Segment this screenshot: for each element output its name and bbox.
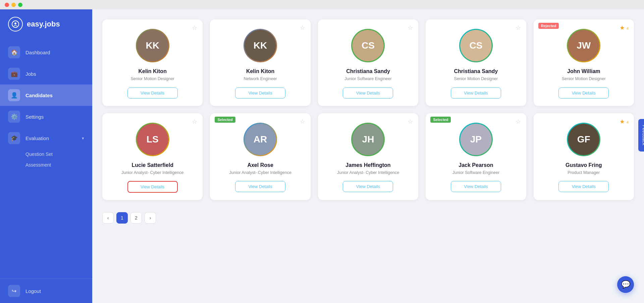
star-icon[interactable]: ☆ <box>516 24 521 32</box>
sidebar-item-candidates[interactable]: 👤 Candidates <box>0 84 92 106</box>
sidebar-item-assessment[interactable]: Assessment <box>25 160 92 170</box>
avatar-wrap: KK <box>136 29 169 62</box>
maximize-btn[interactable] <box>18 3 22 7</box>
jobs-icon: 💼 <box>8 68 20 80</box>
candidate-role: Junior Analyst- Cyber Intelligence <box>121 170 184 176</box>
avatar: CS <box>460 30 492 61</box>
logout-label: Logout <box>25 288 41 294</box>
logo: easy.jobs <box>0 9 92 39</box>
feedback-tab[interactable]: Feedback <box>638 119 644 152</box>
next-page-button[interactable]: › <box>145 212 156 224</box>
candidate-name: James Heffington <box>345 162 390 168</box>
chat-icon: 💬 <box>621 280 630 289</box>
avatar: LS <box>137 124 168 155</box>
candidate-name: Christiana Sandy <box>454 68 498 74</box>
dashboard-label: Dashboard <box>25 50 50 55</box>
candidate-name: Gustavo Fring <box>566 162 602 168</box>
sidebar-item-dashboard[interactable]: 🏠 Dashboard <box>0 42 92 63</box>
window-chrome <box>0 0 644 9</box>
star-icon[interactable]: ☆ <box>300 118 305 125</box>
star-icon[interactable]: ☆ <box>300 24 305 32</box>
candidate-role: Senior Motion Designer <box>562 76 606 82</box>
star-icon[interactable]: ☆ <box>192 118 197 125</box>
sidebar-item-question-set[interactable]: Question Set <box>25 149 92 160</box>
candidate-role: Junior Software Engineer <box>452 170 499 176</box>
view-details-button[interactable]: View Details <box>235 87 285 99</box>
candidate-name: Axel Rose <box>247 162 273 168</box>
star-icon[interactable]: ☆ <box>192 24 197 32</box>
avatar: GF <box>568 124 599 155</box>
logout-icon: ↪ <box>8 285 20 297</box>
candidate-role: Senior Motion Designer <box>130 76 174 82</box>
avatar-wrap: AR <box>244 123 277 156</box>
avatar: JW <box>568 30 599 61</box>
star-icon[interactable]: ★ 4 <box>620 24 629 32</box>
avatar-wrap: JP <box>459 123 493 156</box>
star-icon[interactable]: ☆ <box>516 118 521 125</box>
logo-icon <box>8 17 23 32</box>
candidate-role: Junior Software Engineer <box>344 76 391 82</box>
candidate-role: Network Engineer <box>244 76 277 82</box>
candidate-name: Jack Pearson <box>459 162 493 168</box>
main-content: ☆ KK Kelin Kiton Senior Motion Designer … <box>92 9 644 303</box>
avatar: JH <box>352 124 384 155</box>
candidate-name: John William <box>567 68 600 74</box>
candidate-role: Senior Motion Designer <box>454 76 498 82</box>
view-details-button[interactable]: View Details <box>343 87 393 99</box>
minimize-btn[interactable] <box>11 3 16 7</box>
page-1-button[interactable]: 1 <box>116 212 128 224</box>
view-details-button[interactable]: View Details <box>451 181 501 192</box>
jobs-label: Jobs <box>25 71 36 77</box>
evaluation-icon: 🎓 <box>8 132 20 144</box>
candidate-badge: Rejected <box>538 23 559 29</box>
star-icon[interactable]: ☆ <box>408 118 413 125</box>
close-btn[interactable] <box>5 3 9 7</box>
nav-items: 🏠 Dashboard 💼 Jobs 👤 Candidates ⚙️ Setti… <box>0 39 92 279</box>
view-details-button[interactable]: View Details <box>127 87 178 99</box>
sidebar: easy.jobs 🏠 Dashboard 💼 Jobs 👤 Candidate… <box>0 9 92 303</box>
candidate-name: Lucie Satterfield <box>131 162 173 168</box>
logout-button[interactable]: ↪ Logout <box>0 279 92 303</box>
candidate-badge: Selected <box>215 117 235 123</box>
candidate-role: Junior Analyst- Cyber Intelligence <box>337 170 399 176</box>
candidates-label: Candidates <box>25 93 53 98</box>
evaluation-sub-nav: Question Set Assessment <box>0 149 92 170</box>
sidebar-item-evaluation[interactable]: 🎓 Evaluation ▾ <box>0 127 92 149</box>
view-details-button[interactable]: View Details <box>235 181 285 192</box>
candidate-card-10: ★ 4 GF Gustavo Fring Product Manager Vie… <box>534 113 634 200</box>
view-details-button[interactable]: View Details <box>558 87 609 99</box>
settings-label: Settings <box>25 114 44 120</box>
star-icon[interactable]: ☆ <box>408 24 413 32</box>
candidate-name: Kelin Kiton <box>138 68 166 74</box>
view-details-button[interactable]: View Details <box>451 87 501 99</box>
sidebar-item-settings[interactable]: ⚙️ Settings <box>0 106 92 127</box>
avatar-wrap: CS <box>459 29 493 62</box>
candidate-badge: Selected <box>430 117 451 123</box>
candidate-role: Junior Analyst- Cyber Intelligence <box>229 170 291 176</box>
view-details-button[interactable]: View Details <box>558 181 609 192</box>
view-details-button[interactable]: View Details <box>343 181 393 192</box>
avatar-wrap: JW <box>567 29 600 62</box>
candidate-card-9: Selected ☆ JP Jack Pearson Junior Softwa… <box>426 113 526 200</box>
candidate-card-8: ☆ JH James Heffington Junior Analyst- Cy… <box>318 113 418 200</box>
pagination: ‹ 1 2 › <box>102 209 634 226</box>
avatar-wrap: JH <box>351 123 385 156</box>
candidate-card-1: ☆ KK Kelin Kiton Senior Motion Designer … <box>102 19 203 106</box>
avatar-wrap: GF <box>567 123 600 156</box>
prev-page-button[interactable]: ‹ <box>102 212 114 224</box>
candidate-role: Product Manager <box>568 170 600 176</box>
avatar: AR <box>245 124 276 155</box>
logo-text: easy.jobs <box>27 20 60 28</box>
sidebar-item-jobs[interactable]: 💼 Jobs <box>0 63 92 84</box>
page-2-button[interactable]: 2 <box>130 212 142 224</box>
star-icon[interactable]: ★ 4 <box>620 118 629 125</box>
avatar-wrap: CS <box>351 29 385 62</box>
candidates-grid: ☆ KK Kelin Kiton Senior Motion Designer … <box>102 19 634 200</box>
svg-point-2 <box>15 24 16 25</box>
chat-button[interactable]: 💬 <box>617 276 634 293</box>
candidates-icon: 👤 <box>8 89 20 101</box>
candidate-name: Christiana Sandy <box>346 68 390 74</box>
chevron-down-icon: ▾ <box>82 136 84 141</box>
view-details-button[interactable]: View Details <box>127 181 178 193</box>
candidate-card-2: ☆ KK Kelin Kiton Network Engineer View D… <box>210 19 310 106</box>
